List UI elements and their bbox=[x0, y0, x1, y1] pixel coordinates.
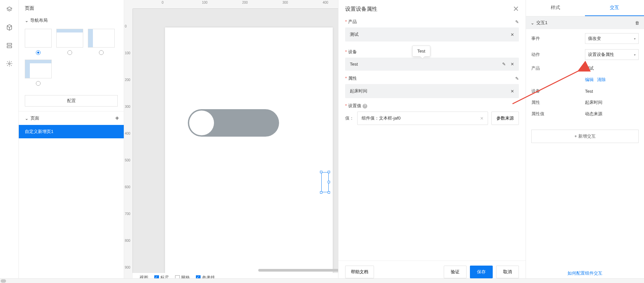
svg-point-2 bbox=[8, 63, 10, 65]
add-interaction-button[interactable]: + 新增交互 bbox=[531, 130, 639, 143]
help-icon[interactable]: ? bbox=[363, 104, 367, 109]
page-item-active[interactable]: 自定义新增页1 bbox=[19, 125, 124, 138]
attr-label: 属性 bbox=[348, 76, 357, 81]
window-scrollbar[interactable] bbox=[0, 278, 644, 283]
chevron-down-icon: ▾ bbox=[634, 53, 636, 57]
clear-icon[interactable]: ✕ bbox=[511, 62, 514, 67]
layout-option-1[interactable] bbox=[25, 29, 52, 48]
selection-handles[interactable] bbox=[321, 172, 329, 192]
layout-option-4[interactable] bbox=[25, 60, 52, 78]
layout-radio-2[interactable] bbox=[67, 50, 72, 55]
close-button[interactable]: ✕ bbox=[513, 5, 519, 13]
right-tabs: 样式 交互 bbox=[526, 0, 644, 16]
canvas-page[interactable] bbox=[165, 27, 333, 273]
device-attr-panel: 设置设备属性 ✕ *产品✎ 测试✕ Test *设备 Test✎✕ *属性✎ 起… bbox=[338, 0, 526, 283]
panel-title: 设置设备属性 bbox=[345, 6, 377, 13]
action-select[interactable]: 设置设备属性▾ bbox=[585, 49, 639, 60]
delete-icon[interactable]: 🗑 bbox=[635, 20, 639, 25]
canvas-scrollbar[interactable] bbox=[258, 269, 338, 272]
attr-value: 起床时间 bbox=[585, 99, 602, 105]
chevron-down-icon: ⌄ bbox=[25, 116, 29, 121]
layout-radio-3[interactable] bbox=[99, 50, 104, 55]
attrvalue-label: 属性值 bbox=[531, 111, 585, 117]
layers-icon[interactable] bbox=[6, 6, 13, 13]
configure-button[interactable]: 配置 bbox=[25, 95, 118, 107]
layout-option-2[interactable] bbox=[56, 29, 83, 48]
value-input[interactable]: 组件值：文本框-jaf0✕ bbox=[357, 112, 488, 125]
product-label: 产品 bbox=[531, 65, 585, 71]
value-label: 值： bbox=[345, 115, 354, 121]
canvas-area: -100 0 100 200 300 400 500 600 -100 0 10… bbox=[124, 0, 338, 283]
howto-link[interactable]: 如何配置组件交互 bbox=[568, 271, 602, 276]
param-source-button[interactable]: 参数来源 bbox=[491, 112, 519, 125]
clear-icon[interactable]: ✕ bbox=[511, 89, 514, 94]
device-label: 设备 bbox=[348, 49, 357, 54]
product-value: 测试 bbox=[585, 65, 594, 71]
product-label: 产品 bbox=[348, 19, 357, 24]
gear-icon[interactable] bbox=[6, 60, 13, 67]
tab-style[interactable]: 样式 bbox=[526, 0, 585, 16]
tooltip: Test bbox=[412, 46, 430, 57]
clear-icon[interactable]: ✕ bbox=[480, 116, 484, 121]
action-label: 动作 bbox=[531, 52, 585, 58]
svg-rect-1 bbox=[7, 46, 11, 48]
event-label: 事件 bbox=[531, 36, 585, 42]
ruler-horizontal: -100 0 100 200 300 400 500 600 bbox=[133, 0, 338, 9]
nav-group-header[interactable]: ⌄ 导航布局 bbox=[19, 15, 124, 26]
layout-option-3[interactable] bbox=[88, 29, 115, 48]
help-doc-button[interactable]: 帮助文档 bbox=[345, 266, 374, 278]
device-field[interactable]: Test✎✕ bbox=[345, 58, 519, 71]
save-button[interactable]: 保存 bbox=[470, 266, 493, 278]
product-field[interactable]: 测试✕ bbox=[345, 27, 519, 42]
layout-icon[interactable] bbox=[6, 42, 13, 49]
attr-field[interactable]: 起床时间✕ bbox=[345, 84, 519, 98]
panel-title: 页面 bbox=[19, 0, 124, 15]
edit-icon[interactable]: ✎ bbox=[515, 19, 519, 24]
layout-options bbox=[19, 26, 124, 90]
edit-link[interactable]: 编辑 bbox=[585, 77, 594, 83]
left-panel: 页面 ⌄ 导航布局 配置 ⌄页面 + 自定义新增页1 bbox=[19, 0, 124, 283]
clear-icon[interactable]: ✕ bbox=[511, 32, 514, 37]
pages-title: 页面 bbox=[31, 115, 39, 121]
attrvalue-value: 动态来源 bbox=[585, 111, 602, 117]
nav-group-label: 导航布局 bbox=[30, 17, 48, 23]
left-rail bbox=[0, 0, 19, 283]
device-label: 设备 bbox=[531, 88, 585, 94]
tab-interaction[interactable]: 交互 bbox=[585, 0, 644, 16]
edit-icon[interactable]: ✎ bbox=[515, 76, 519, 81]
cancel-button[interactable]: 取消 bbox=[496, 266, 519, 278]
layout-radio-4[interactable] bbox=[36, 81, 41, 86]
canvas[interactable] bbox=[133, 9, 338, 273]
chevron-down-icon: ⌄ bbox=[25, 18, 28, 23]
chevron-down-icon: ▾ bbox=[634, 37, 636, 41]
add-page-button[interactable]: + bbox=[115, 115, 119, 122]
ruler-vertical: -100 0 100 200 300 400 500 600 700 800 9… bbox=[124, 9, 133, 273]
clear-link[interactable]: 清除 bbox=[597, 77, 606, 83]
chevron-down-icon: ⌄ bbox=[531, 20, 534, 25]
right-panel: 样式 交互 ⌄交互1 🗑 事件值改变▾ 动作设置设备属性▾ 产品测试 编辑清除 … bbox=[526, 0, 644, 283]
attr-label: 属性 bbox=[531, 99, 585, 105]
setval-label: 设置值 bbox=[348, 103, 361, 108]
device-value: Test bbox=[585, 89, 593, 94]
event-select[interactable]: 值改变▾ bbox=[585, 33, 639, 44]
toggle-component[interactable] bbox=[188, 109, 279, 137]
edit-icon[interactable]: ✎ bbox=[502, 62, 506, 67]
verify-button[interactable]: 验证 bbox=[444, 266, 467, 278]
cube-icon[interactable] bbox=[6, 24, 13, 31]
pages-header: ⌄页面 + bbox=[19, 111, 124, 125]
interaction-header[interactable]: ⌄交互1 🗑 bbox=[526, 16, 644, 29]
layout-radio-1[interactable] bbox=[36, 50, 41, 55]
svg-rect-0 bbox=[7, 43, 11, 45]
